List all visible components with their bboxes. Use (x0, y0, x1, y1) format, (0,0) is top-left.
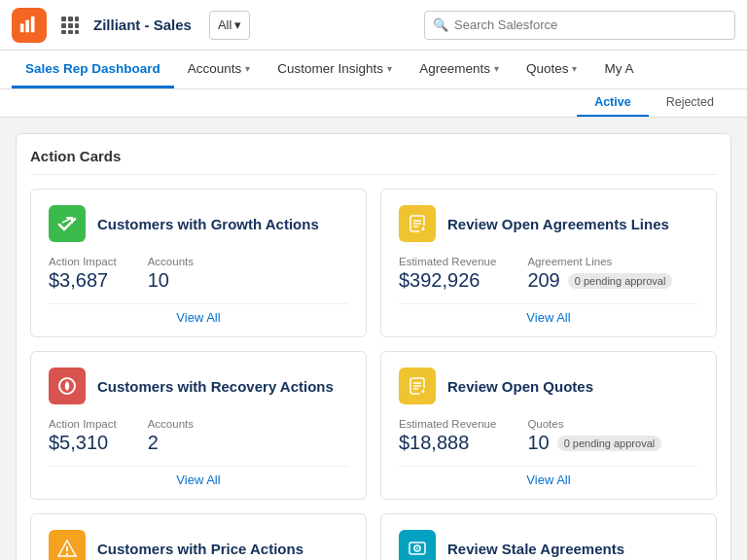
card-header-stale-agreements: Review Stale Agreements (399, 530, 698, 560)
navbar: Sales Rep Dashboard Accounts ▾ Customer … (0, 51, 747, 89)
card-header-recovery: Customers with Recovery Actions (49, 368, 348, 404)
view-all-open-quotes[interactable]: View All (399, 466, 698, 487)
cards-grid: Customers with Growth Actions Action Imp… (30, 189, 717, 560)
card-title-open-agreements: Review Open Agreements Lines (447, 216, 669, 232)
card-metrics-recovery: Action Impact $5,310 Accounts 2 (49, 418, 348, 454)
metric1-open-agreements: Estimated Revenue $392,926 (399, 256, 496, 292)
app-logo (12, 8, 47, 43)
metric1-label-recovery: Action Impact (49, 418, 117, 430)
metric2-value-growth: 10 (148, 269, 194, 292)
app-name: Zilliant - Sales (93, 17, 192, 33)
search-filter[interactable]: All ▾ (209, 11, 250, 40)
accounts-chevron-icon: ▾ (245, 63, 250, 74)
search-input[interactable] (454, 18, 727, 32)
tab-row: Active Rejected (0, 89, 747, 118)
filter-chevron-icon: ▾ (234, 18, 241, 32)
action-cards-section: Action Cards Customers with Growth Actio… (16, 133, 731, 560)
metric1-value-open-agreements: $392,926 (399, 269, 496, 292)
metric2-label-open-quotes: Quotes (527, 418, 661, 430)
card-metrics-open-agreements: Estimated Revenue $392,926 Agreement Lin… (399, 256, 698, 292)
search-bar: 🔍 (424, 11, 735, 40)
metric1-label-open-agreements: Estimated Revenue (399, 256, 496, 267)
metric2-recovery: Accounts 2 (148, 418, 194, 454)
card-header-open-quotes: Review Open Quotes (399, 368, 698, 404)
view-all-growth[interactable]: View All (49, 303, 348, 325)
quotes-chevron-icon: ▾ (572, 63, 577, 74)
metric2-value-open-agreements: 209 0 pending approval (527, 269, 672, 292)
metric1-open-quotes: Estimated Revenue $18,888 (399, 418, 496, 454)
metric2-label-recovery: Accounts (148, 418, 194, 430)
nav-item-quotes[interactable]: Quotes ▾ (513, 51, 591, 88)
nav-item-agreements[interactable]: Agreements ▾ (406, 51, 513, 88)
svg-rect-1 (25, 19, 29, 32)
card-title-stale-agreements: Review Stale Agreements (447, 541, 624, 557)
metric2-open-quotes: Quotes 10 0 pending approval (527, 418, 661, 454)
nav-item-my-a[interactable]: My A (590, 51, 647, 88)
card-icon-open-quotes (399, 368, 436, 404)
action-card-price: Customers with Price Actions Action Impa… (30, 513, 367, 560)
tab-active[interactable]: Active (577, 89, 649, 117)
view-all-recovery[interactable]: View All (49, 466, 348, 487)
action-card-growth: Customers with Growth Actions Action Imp… (30, 189, 367, 337)
svg-point-31 (66, 553, 68, 555)
card-metrics-growth: Action Impact $3,687 Accounts 10 (49, 256, 348, 292)
nav-label-quotes: Quotes (526, 61, 569, 76)
card-metrics-open-quotes: Estimated Revenue $18,888 Quotes 10 0 pe… (399, 418, 698, 454)
card-header-open-agreements: Review Open Agreements Lines (399, 205, 698, 242)
svg-rect-7 (61, 23, 66, 28)
section-title: Action Cards (30, 148, 717, 175)
svg-rect-2 (31, 16, 35, 32)
badge-open-agreements: 0 pending approval (568, 273, 673, 289)
metric1-value-open-quotes: $18,888 (399, 432, 496, 454)
svg-rect-4 (61, 17, 66, 21)
main-content: Action Cards Customers with Growth Actio… (0, 118, 747, 560)
nav-item-customer-insights[interactable]: Customer Insights ▾ (264, 51, 406, 88)
grid-icon[interactable] (56, 12, 84, 39)
nav-label-sales-rep-dashboard: Sales Rep Dashboard (25, 61, 160, 76)
action-card-recovery: Customers with Recovery Actions Action I… (30, 351, 367, 500)
metric1-growth: Action Impact $3,687 (49, 256, 117, 292)
card-icon-recovery (49, 368, 86, 404)
svg-rect-0 (20, 23, 24, 32)
metric2-growth: Accounts 10 (148, 256, 194, 292)
svg-rect-5 (68, 17, 73, 21)
svg-rect-8 (68, 23, 73, 28)
nav-label-agreements: Agreements (419, 61, 490, 76)
nav-label-my-a: My A (604, 61, 633, 76)
search-icon: 🔍 (433, 18, 448, 32)
metric1-label-growth: Action Impact (49, 256, 117, 267)
metric1-value-recovery: $5,310 (49, 432, 117, 454)
card-header-growth: Customers with Growth Actions (49, 205, 348, 242)
card-title-open-quotes: Review Open Quotes (447, 378, 593, 395)
card-header-price: Customers with Price Actions (49, 530, 348, 560)
action-card-open-quotes: Review Open Quotes Estimated Revenue $18… (380, 351, 717, 500)
metric1-value-growth: $3,687 (49, 269, 117, 292)
customer-insights-chevron-icon: ▾ (387, 63, 392, 74)
metric2-value-open-quotes: 10 0 pending approval (527, 432, 661, 454)
svg-point-34 (416, 547, 418, 549)
metric2-open-agreements: Agreement Lines 209 0 pending approval (527, 256, 672, 292)
metric2-label-growth: Accounts (148, 256, 194, 267)
badge-open-quotes: 0 pending approval (557, 436, 662, 451)
nav-item-sales-rep-dashboard[interactable]: Sales Rep Dashboard (12, 51, 174, 88)
svg-rect-6 (75, 17, 79, 21)
agreements-chevron-icon: ▾ (494, 63, 499, 74)
svg-rect-11 (68, 30, 73, 34)
nav-item-accounts[interactable]: Accounts ▾ (174, 51, 265, 88)
action-card-open-agreements: Review Open Agreements Lines Estimated R… (380, 189, 717, 337)
metric1-label-open-quotes: Estimated Revenue (399, 418, 496, 430)
tab-rejected[interactable]: Rejected (649, 89, 731, 117)
metric2-label-open-agreements: Agreement Lines (527, 256, 672, 267)
svg-rect-10 (61, 30, 66, 34)
card-title-recovery: Customers with Recovery Actions (97, 378, 334, 395)
card-title-price: Customers with Price Actions (97, 541, 303, 557)
topbar: Zilliant - Sales All ▾ 🔍 (0, 0, 747, 51)
nav-label-customer-insights: Customer Insights (277, 61, 383, 76)
card-icon-price (49, 530, 86, 560)
card-icon-stale-agreements (399, 530, 436, 560)
view-all-open-agreements[interactable]: View All (399, 303, 698, 325)
svg-rect-12 (75, 30, 79, 34)
metric2-value-recovery: 2 (148, 432, 194, 454)
action-card-stale-agreements: Review Stale Agreements Estimated Revenu… (380, 513, 717, 560)
svg-rect-9 (75, 23, 79, 28)
